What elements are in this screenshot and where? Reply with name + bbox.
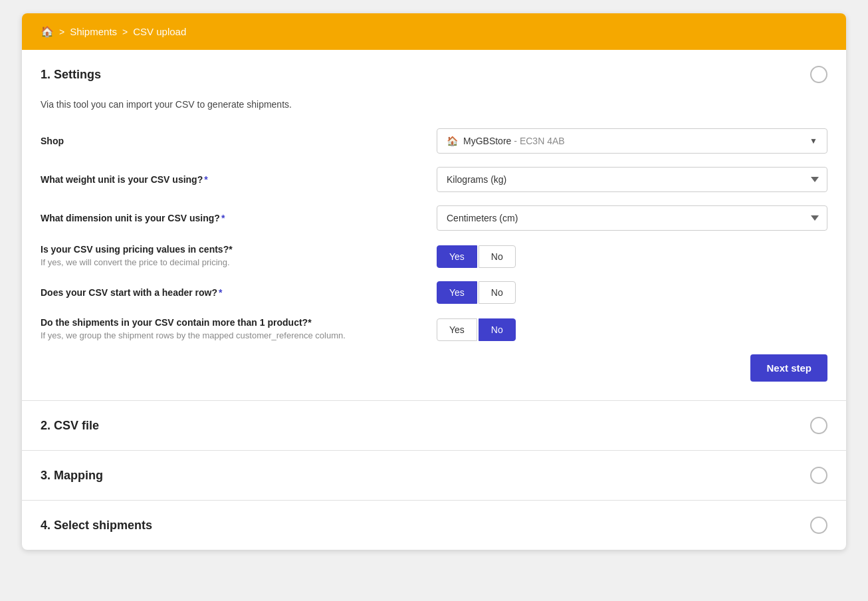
- shop-select-wrapper[interactable]: 🏠 MyGBStore - EC3N 4AB ▼: [437, 128, 827, 154]
- dimension-label: What dimension unit is your CSV using?*: [41, 213, 426, 223]
- home-icon[interactable]: 🏠: [41, 25, 54, 38]
- dimension-row: What dimension unit is your CSV using?* …: [41, 205, 827, 231]
- csv-file-title: 2. CSV file: [41, 419, 99, 433]
- breadcrumb-bar: 🏠 > Shipments > CSV upload: [22, 13, 846, 50]
- pricing-row: Is your CSV using pricing values in cent…: [41, 244, 827, 268]
- shop-label: Shop: [41, 136, 426, 146]
- select-shipments-circle: [810, 517, 827, 534]
- mapping-circle: [810, 467, 827, 484]
- shop-name: MyGBStore: [463, 136, 511, 146]
- select-shipments-section[interactable]: 4. Select shipments: [22, 501, 846, 550]
- mapping-section[interactable]: 3. Mapping: [22, 451, 846, 501]
- header-required: *: [219, 287, 222, 298]
- settings-section-header: 1. Settings: [22, 50, 846, 99]
- shop-dropdown[interactable]: 🏠 MyGBStore - EC3N 4AB ▼: [437, 128, 827, 154]
- pricing-no-button[interactable]: No: [479, 245, 516, 268]
- page-wrapper: 🏠 > Shipments > CSV upload 1. Settings V…: [22, 13, 846, 550]
- weight-row: What weight unit is your CSV using?* Kil…: [41, 167, 827, 192]
- next-step-button[interactable]: Next step: [750, 354, 827, 382]
- settings-circle: [810, 66, 827, 83]
- breadcrumb-shipments[interactable]: Shipments: [70, 26, 117, 37]
- multiproduct-label: Do the shipments in your CSV contain mor…: [41, 317, 426, 328]
- shop-chevron-icon: ▼: [810, 136, 817, 146]
- settings-section: 1. Settings Via this tool you can import…: [22, 50, 846, 401]
- pricing-label-block: Is your CSV using pricing values in cent…: [41, 244, 426, 267]
- csv-file-section[interactable]: 2. CSV file: [22, 401, 846, 451]
- weight-required: *: [204, 174, 207, 185]
- header-row: Does your CSV start with a header row?* …: [41, 281, 827, 304]
- actions-row: Next step: [41, 354, 827, 382]
- multiproduct-yes-button[interactable]: Yes: [437, 318, 477, 341]
- settings-body: Via this tool you can import your CSV to…: [22, 99, 846, 400]
- csv-file-circle: [810, 417, 827, 434]
- settings-title: 1. Settings: [41, 68, 101, 82]
- mapping-title: 3. Mapping: [41, 469, 103, 483]
- pricing-required: *: [229, 244, 232, 255]
- header-toggle-group: Yes No: [437, 281, 827, 304]
- header-yes-button[interactable]: Yes: [437, 281, 477, 304]
- pricing-label: Is your CSV using pricing values in cent…: [41, 244, 426, 255]
- multiproduct-row: Do the shipments in your CSV contain mor…: [41, 317, 827, 341]
- multiproduct-label-block: Do the shipments in your CSV contain mor…: [41, 317, 426, 340]
- pricing-yes-button[interactable]: Yes: [437, 245, 477, 268]
- multiproduct-required: *: [308, 317, 311, 328]
- multiproduct-toggle-group: Yes No: [437, 318, 827, 341]
- header-no-button[interactable]: No: [479, 281, 516, 304]
- header-toggle: Yes No: [437, 281, 827, 304]
- multiproduct-toggle: Yes No: [437, 317, 827, 341]
- shop-home-icon: 🏠: [447, 136, 458, 146]
- dimension-required: *: [221, 213, 225, 223]
- select-shipments-title: 4. Select shipments: [41, 519, 152, 533]
- breadcrumb-separator-2: >: [122, 27, 128, 37]
- dimension-select[interactable]: Centimeters (cm) Inches (in): [437, 205, 827, 231]
- shop-postcode: - EC3N 4AB: [514, 136, 564, 146]
- breadcrumb-separator-1: >: [59, 27, 64, 37]
- header-label: Does your CSV start with a header row?*: [41, 287, 426, 298]
- shop-row: Shop 🏠 MyGBStore - EC3N 4AB ▼: [41, 128, 827, 154]
- weight-label: What weight unit is your CSV using?*: [41, 174, 426, 185]
- weight-select[interactable]: Kilograms (kg) Pounds (lb) Grams (g): [437, 167, 827, 192]
- main-content: 1. Settings Via this tool you can import…: [22, 50, 846, 550]
- pricing-toggle: Yes No: [437, 244, 827, 268]
- multiproduct-no-button[interactable]: No: [479, 318, 516, 341]
- pricing-sublabel: If yes, we will convert the price to dec…: [41, 257, 426, 267]
- breadcrumb-csv-upload: CSV upload: [133, 26, 186, 37]
- settings-description: Via this tool you can import your CSV to…: [41, 99, 827, 110]
- weight-control: Kilograms (kg) Pounds (lb) Grams (g): [437, 167, 827, 192]
- multiproduct-sublabel: If yes, we group the shipment rows by th…: [41, 330, 426, 340]
- dimension-control: Centimeters (cm) Inches (in): [437, 205, 827, 231]
- pricing-toggle-group: Yes No: [437, 245, 827, 268]
